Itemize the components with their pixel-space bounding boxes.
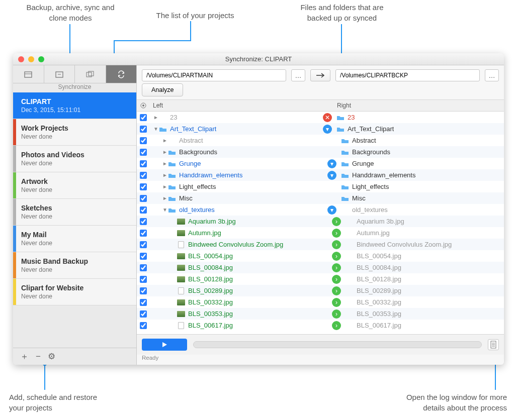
file-row[interactable]: BLS_00084.jpg›BLS_00084.jpg (137, 262, 504, 273)
right-filename: old_textures (352, 206, 388, 214)
row-checkbox[interactable] (140, 310, 147, 318)
left-path-browse-button[interactable]: … (291, 69, 305, 81)
left-filename: BLS_00332.jpg (188, 298, 233, 306)
file-row[interactable]: BLS_00054.jpg›BLS_00054.jpg (137, 250, 504, 262)
remove-project-button[interactable]: − (36, 352, 41, 362)
row-checkbox[interactable] (140, 195, 147, 202)
file-row[interactable]: ▼old_textures▾old_textures (137, 204, 504, 216)
project-item[interactable]: Photos and VideosNever done (13, 146, 136, 172)
right-filename: BLS_00332.jpg (357, 298, 401, 306)
file-row[interactable]: ▼Art_Text_Clipart▾Art_Text_Clipart (137, 123, 504, 135)
log-button[interactable] (488, 339, 499, 350)
row-checkbox[interactable] (140, 172, 147, 179)
right-path-browse-button[interactable]: … (485, 69, 499, 81)
project-item[interactable]: SketchesNever done (13, 199, 136, 226)
file-row[interactable]: BLS_00128.jpg›BLS_00128.jpg (137, 273, 504, 285)
right-path-input[interactable] (335, 69, 480, 81)
project-item[interactable]: ArtworkNever done (13, 172, 136, 199)
file-row[interactable]: ►Handdrawn_elements▾Handdrawn_elements (137, 169, 504, 181)
folder-icon (168, 160, 176, 167)
right-filename: BLS_00084.jpg (357, 264, 401, 271)
row-checkbox[interactable] (140, 160, 147, 167)
disclosure-triangle-icon[interactable]: ▼ (153, 126, 159, 132)
row-checkbox[interactable] (140, 264, 147, 271)
file-row[interactable]: ►23✕23 (137, 112, 504, 123)
file-list[interactable]: ►23✕23▼Art_Text_Clipart▾Art_Text_Clipart… (137, 112, 504, 334)
annotation-modes: Backup, archive, sync and clone modes (20, 2, 121, 23)
file-row[interactable]: Aquarium 3b.jpg›Aquarium 3b.jpg (137, 216, 504, 227)
file-row[interactable]: Autumn.jpg›Autumn.jpg (137, 227, 504, 239)
row-checkbox[interactable] (140, 183, 147, 190)
copy-right-badge-icon: › (332, 298, 341, 307)
project-item[interactable]: Clipart for WebsiteNever done (13, 279, 136, 305)
row-checkbox[interactable] (140, 218, 147, 225)
file-row[interactable]: Bindweed Convolvulus Zoom.jpg›Bindweed C… (137, 239, 504, 250)
progress-bar (193, 341, 482, 348)
disclosure-triangle-icon[interactable]: ► (162, 161, 168, 166)
file-row[interactable]: BLS_00332.jpg›BLS_00332.jpg (137, 296, 504, 308)
mode-backup-button[interactable] (13, 65, 44, 83)
disclosure-triangle-icon[interactable]: ► (162, 184, 168, 189)
sync-direction-button[interactable] (310, 69, 330, 81)
project-name: Artwork (21, 177, 130, 185)
run-button[interactable] (142, 339, 187, 351)
project-item[interactable]: My MailNever done (13, 226, 136, 252)
right-filename: BLS_00353.jpg (357, 310, 401, 318)
row-checkbox[interactable] (140, 137, 147, 144)
sync-down-badge-icon: ▾ (327, 159, 336, 168)
row-checkbox[interactable] (140, 287, 147, 294)
row-checkbox[interactable] (140, 149, 147, 156)
disclosure-triangle-icon[interactable]: ► (162, 195, 168, 201)
disclosure-triangle-icon[interactable]: ► (162, 172, 168, 178)
row-checkbox[interactable] (140, 126, 147, 133)
mode-sync-button[interactable] (106, 65, 137, 83)
mode-clone-button[interactable] (75, 65, 106, 83)
right-column-header[interactable]: Right (334, 100, 504, 111)
right-filename: Bindweed Convolvulus Zoom.jpg (357, 241, 452, 248)
left-column-header[interactable]: Left (150, 100, 320, 111)
disclosure-triangle-icon[interactable]: ► (162, 149, 168, 155)
file-row[interactable]: ►AbstractAbstract (137, 135, 504, 146)
disclosure-triangle-icon[interactable]: ▼ (162, 207, 168, 213)
file-row[interactable]: BLS_00289.jpg›BLS_00289.jpg (137, 285, 504, 296)
file-row[interactable]: ►Grunge▾Grunge (137, 158, 504, 169)
file-row[interactable]: ►MiscMisc (137, 192, 504, 204)
row-checkbox[interactable] (140, 241, 147, 248)
disclosure-triangle-icon[interactable]: ► (162, 138, 168, 143)
project-item[interactable]: Work ProjectsNever done (13, 119, 136, 146)
arrow-right-icon (315, 72, 326, 79)
disclosure-triangle-icon[interactable]: ► (153, 115, 159, 120)
folder-icon (341, 195, 349, 202)
row-checkbox[interactable] (140, 253, 147, 260)
sync-icon (117, 70, 126, 78)
folder-icon (168, 195, 176, 202)
image-thumb-icon (177, 230, 185, 237)
project-status: Never done (21, 293, 130, 300)
row-checkbox[interactable] (140, 206, 147, 214)
mode-archive-button[interactable] (44, 65, 75, 83)
analyze-button[interactable]: Analyze (142, 83, 183, 96)
file-row[interactable]: BLS_00617.jpg›BLS_00617.jpg (137, 320, 504, 331)
play-icon (161, 341, 168, 348)
left-path-input[interactable] (142, 69, 286, 81)
file-row[interactable]: ►Light_effectsLight_effects (137, 181, 504, 192)
folder-icon (341, 149, 349, 156)
row-checkbox[interactable] (140, 230, 147, 237)
row-checkbox[interactable] (140, 299, 147, 306)
project-item[interactable]: Music Band BackupNever done (13, 252, 136, 279)
add-project-button[interactable]: ＋ (20, 351, 29, 362)
row-checkbox[interactable] (140, 276, 147, 283)
folder-icon (341, 172, 349, 179)
left-filename: BLS_00054.jpg (188, 252, 233, 260)
row-checkbox[interactable] (140, 114, 147, 121)
project-name: Work Projects (21, 124, 130, 132)
left-filename: Aquarium 3b.jpg (188, 218, 236, 225)
project-name: CLIPART (21, 97, 130, 106)
select-all-checkbox[interactable] (137, 100, 150, 111)
project-settings-button[interactable]: ⚙ (48, 351, 55, 362)
project-item[interactable]: CLIPARTDec 3, 2015, 15:11:01 (13, 92, 136, 119)
row-checkbox[interactable] (140, 322, 147, 329)
file-row[interactable]: BLS_00353.jpg›BLS_00353.jpg (137, 308, 504, 320)
file-row[interactable]: ►BackgroundsBackgrounds (137, 146, 504, 158)
right-filename: Backgrounds (352, 148, 390, 156)
